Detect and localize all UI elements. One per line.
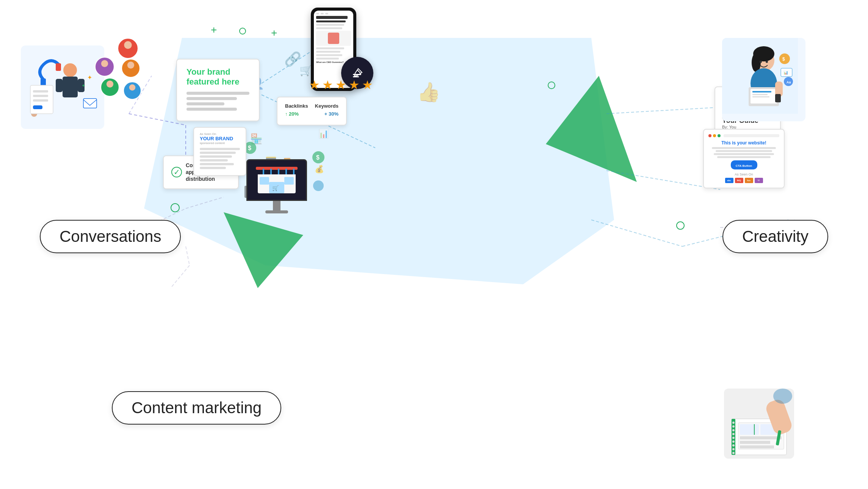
svg-point-116 bbox=[766, 61, 768, 63]
svg-line-15 bbox=[186, 246, 190, 265]
brand-card-line-3 bbox=[186, 102, 224, 105]
svg-line-14 bbox=[186, 197, 224, 208]
svg-point-123 bbox=[732, 433, 735, 435]
svg-point-120 bbox=[732, 422, 735, 424]
sponsored-content-lines bbox=[200, 148, 240, 169]
website-logo-strip: abc INQ fox Y! bbox=[708, 178, 779, 183]
svg-marker-1 bbox=[546, 76, 637, 182]
svg-point-122 bbox=[732, 429, 735, 431]
website-title: This is your website! bbox=[708, 140, 779, 146]
sponsored-brand: YOUR BRAND bbox=[200, 136, 240, 141]
svg-text:$: $ bbox=[316, 154, 320, 161]
brand-card-line-1 bbox=[186, 92, 249, 95]
svg-point-71 bbox=[105, 89, 115, 96]
brand-featured-card: Your brand featured here bbox=[176, 59, 260, 121]
svg-rect-57 bbox=[33, 90, 48, 92]
svg-point-126 bbox=[732, 444, 735, 447]
creativity-label: Creativity bbox=[722, 220, 828, 253]
content-marketing-label: Content marketing bbox=[112, 391, 281, 425]
metrics-card: Backlinks Keywords ↑ 20% + 30% bbox=[277, 97, 347, 125]
svg-text:✦: ✦ bbox=[81, 83, 85, 88]
svg-marker-2 bbox=[224, 212, 303, 288]
svg-line-16 bbox=[171, 265, 190, 288]
svg-point-121 bbox=[732, 425, 735, 428]
svg-rect-104 bbox=[752, 91, 771, 92]
svg-text:💰: 💰 bbox=[315, 165, 324, 174]
monitor-stand bbox=[273, 201, 280, 210]
svg-point-64 bbox=[124, 41, 132, 49]
svg-rect-59 bbox=[33, 99, 48, 102]
sponsored-as-seen: As Seen On bbox=[200, 132, 240, 136]
svg-text:🔗: 🔗 bbox=[284, 51, 301, 67]
svg-point-47 bbox=[63, 63, 77, 77]
monitor-illustration: 🛒 bbox=[246, 159, 307, 213]
check-icon: ✓ bbox=[171, 167, 182, 177]
star-4: ★ bbox=[349, 78, 360, 92]
monitor-base bbox=[265, 210, 288, 213]
svg-point-24 bbox=[677, 222, 684, 229]
svg-point-125 bbox=[732, 440, 735, 443]
monitor-screen: 🛒 bbox=[246, 159, 307, 201]
svg-point-23 bbox=[171, 204, 179, 212]
marketing-illustration: ✦ ✦ bbox=[21, 45, 104, 129]
svg-rect-48 bbox=[63, 77, 78, 97]
brand-card-line-4 bbox=[186, 108, 237, 111]
svg-point-34 bbox=[312, 151, 324, 163]
sponsored-card: As Seen On YOUR BRAND sponsored content bbox=[193, 127, 246, 176]
keywords-label: Keywords bbox=[315, 103, 338, 109]
keyword-value: + 30% bbox=[324, 111, 338, 117]
conversations-label: Conversations bbox=[40, 220, 181, 253]
svg-rect-49 bbox=[56, 79, 63, 92]
svg-text:🛒: 🛒 bbox=[272, 185, 279, 191]
svg-text:📊: 📊 bbox=[783, 70, 788, 75]
svg-text:✦: ✦ bbox=[87, 74, 92, 81]
browser-dot-yellow bbox=[713, 134, 716, 137]
svg-point-65 bbox=[122, 50, 134, 57]
svg-rect-58 bbox=[33, 95, 48, 97]
svg-rect-51 bbox=[41, 78, 46, 86]
svg-text:$: $ bbox=[782, 56, 785, 62]
browser-bar bbox=[708, 134, 779, 137]
website-content-lines bbox=[708, 147, 779, 158]
svg-rect-130 bbox=[740, 424, 759, 435]
svg-rect-108 bbox=[775, 94, 781, 102]
brand-card-line-2 bbox=[186, 97, 237, 100]
svg-text:Aa: Aa bbox=[787, 80, 791, 84]
svg-point-21 bbox=[240, 28, 246, 34]
svg-point-115 bbox=[760, 61, 762, 63]
svg-point-72 bbox=[129, 85, 136, 91]
svg-point-127 bbox=[732, 448, 735, 450]
svg-point-67 bbox=[99, 68, 110, 75]
svg-rect-134 bbox=[740, 445, 774, 448]
svg-rect-87 bbox=[256, 167, 298, 170]
svg-text:🏪: 🏪 bbox=[250, 133, 263, 145]
backlinks-label: Backlinks bbox=[285, 103, 308, 109]
svg-rect-132 bbox=[740, 436, 782, 439]
star-1: ★ bbox=[309, 78, 320, 92]
svg-text:+: + bbox=[271, 27, 277, 39]
backlink-value: ↑ 20% bbox=[285, 111, 299, 117]
svg-point-138 bbox=[773, 389, 792, 404]
svg-rect-106 bbox=[752, 96, 769, 97]
svg-text:👍: 👍 bbox=[417, 81, 441, 103]
svg-point-69 bbox=[126, 70, 136, 77]
svg-point-70 bbox=[107, 81, 113, 88]
metrics-value-row: ↑ 20% + 30% bbox=[285, 111, 338, 117]
svg-rect-105 bbox=[752, 94, 768, 95]
metrics-header-row: Backlinks Keywords bbox=[285, 103, 338, 109]
svg-rect-60 bbox=[33, 105, 42, 109]
svg-rect-52 bbox=[56, 63, 61, 71]
svg-point-124 bbox=[732, 437, 735, 439]
svg-rect-95 bbox=[284, 177, 294, 185]
svg-rect-61 bbox=[83, 99, 97, 108]
svg-point-39 bbox=[313, 180, 324, 191]
svg-text:📊: 📊 bbox=[318, 129, 329, 139]
svg-rect-133 bbox=[740, 441, 770, 444]
svg-line-11 bbox=[591, 220, 682, 246]
browser-dot-green bbox=[718, 134, 721, 137]
svg-point-68 bbox=[127, 62, 134, 69]
star-5: ★ bbox=[362, 78, 373, 92]
svg-text:$: $ bbox=[248, 145, 251, 151]
svg-text:+: + bbox=[211, 24, 217, 36]
website-card: This is your website! CTA Button As Seen… bbox=[703, 129, 785, 188]
